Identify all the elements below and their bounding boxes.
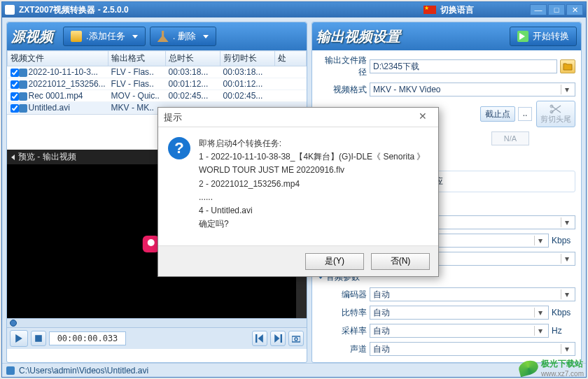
screenshot-button[interactable] [288,331,304,346]
audio-channel-select[interactable]: 自动▾ [370,342,575,356]
delete-button[interactable]: . 删除 [150,27,216,46]
out-path-input[interactable] [370,59,557,73]
table-row[interactable]: 2022-10-11-10-3... FLV - Flas.. 00:03:18… [8,66,307,78]
close-button[interactable]: ✕ [566,4,583,15]
status-path: C:\Users\admin\Videos\Untitled.avi [19,366,148,376]
time-display: 00:00:00.033 [49,331,126,345]
video-icon [19,92,27,101]
video-icon [19,80,27,89]
col-file[interactable]: 视频文件 [8,51,108,66]
svg-rect-6 [292,336,300,342]
format-label: 视频格式 [318,84,367,96]
add-task-button[interactable]: .添加任务 [63,27,146,46]
col-cut[interactable]: 剪切时长 [220,51,275,66]
confirm-dialog: 提示 ✕ ? 即将启动4个转换任务: 1 - 2022-10-11-10-38-… [158,107,439,277]
seek-bar[interactable] [7,318,307,328]
seek-handle[interactable] [10,320,17,327]
yes-button[interactable]: 是(Y) [305,253,364,270]
titlebar: ZXT2007视频转换器 - 2.5.0.0 切换语言 — □ ✕ [2,2,586,17]
chevron-down-icon [132,35,138,38]
svg-rect-5 [281,334,282,343]
audio-bitrate-select[interactable]: 自动▾ [370,306,549,320]
play-button[interactable] [10,330,28,347]
swirl-icon [517,359,540,378]
row-checkbox[interactable] [10,104,19,113]
playback-controls: 00:00:00.033 [7,328,307,349]
svg-marker-3 [258,334,263,343]
dialog-message: 即将启动4个转换任务: 1 - 2022-10-11-10-38-38_【4K舞… [199,137,428,245]
question-icon: ? [168,137,190,159]
status-icon [6,366,15,375]
svg-marker-4 [274,334,279,343]
row-checkbox[interactable] [10,92,19,101]
svg-rect-1 [35,335,42,342]
trim-button[interactable]: 剪切头尾 [536,101,575,127]
audio-samplerate-select[interactable]: 自动▾ [370,324,549,338]
source-title: 源视频 [11,27,53,46]
out-path-label: 输出文件路径 [318,55,367,78]
window-title: ZXT2007视频转换器 - 2.5.0.0 [19,4,129,16]
more-button[interactable]: .. [518,107,532,121]
stop-button[interactable] [31,331,46,346]
chevron-down-icon [203,35,209,38]
format-select[interactable]: MKV - MKV Video▾ [370,83,575,96]
col-total[interactable]: 总时长 [166,51,220,66]
flag-icon [424,6,436,14]
next-frame-button[interactable] [270,331,286,346]
table-row[interactable]: Rec 0001.mp4 MOV - Quic.. 00:02:45... 00… [8,90,307,102]
video-icon [19,69,27,77]
svg-point-7 [295,338,298,341]
svg-marker-0 [15,334,22,343]
file-table: 视频文件 输出格式 总时长 剪切时长 处 2022-10-11-10-3... … [7,50,307,115]
prev-frame-button[interactable] [252,331,267,346]
no-button[interactable]: 否(N) [371,253,430,270]
dialog-title: 提示 [164,111,182,124]
col-proc[interactable]: 处 [275,51,307,66]
na-display: N/A [491,131,529,145]
cut-end-button[interactable]: 截止点 [480,106,515,122]
output-title: 输出视频设置 [316,27,400,46]
folder-icon [71,31,82,42]
minimize-button[interactable]: — [530,4,547,15]
convert-icon [517,31,528,42]
svg-rect-2 [255,334,257,343]
app-icon [5,5,15,15]
watermark: 极光下载站 www.xz7.com [519,358,584,378]
broom-icon [158,31,169,42]
table-row[interactable]: 20221012_153256... FLV - Flas.. 00:01:12… [8,78,307,90]
switch-language-button[interactable]: 切换语言 [440,4,474,16]
dialog-titlebar: 提示 ✕ [158,108,438,127]
video-icon [19,104,27,113]
browse-folder-button[interactable] [560,59,575,73]
audio-encoder-select[interactable]: 自动▾ [370,287,575,301]
row-checkbox[interactable] [10,69,19,77]
dialog-close-button[interactable]: ✕ [413,110,433,124]
row-checkbox[interactable] [10,80,19,89]
maximize-button[interactable]: □ [548,4,565,15]
col-format[interactable]: 输出格式 [108,51,166,66]
start-convert-button[interactable]: 开始转换 [510,27,577,46]
collapse-icon [11,155,15,160]
status-bar: C:\Users\admin\Videos\Untitled.avi [2,363,586,377]
